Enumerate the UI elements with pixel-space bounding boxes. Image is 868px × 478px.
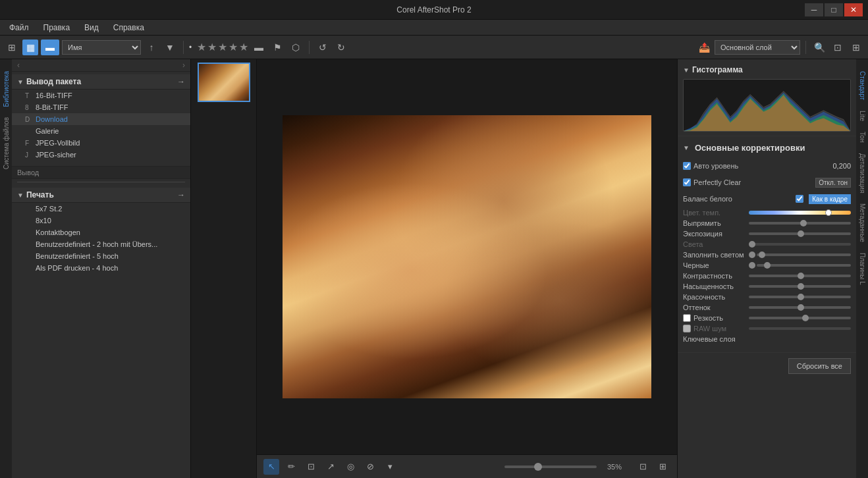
toolbar-separator-2: [309, 41, 310, 54]
filmstrip-icon[interactable]: ▦: [22, 40, 38, 55]
sharpness-slider[interactable]: [749, 317, 851, 319]
search-icon[interactable]: 🔍: [811, 40, 827, 55]
lite-tab[interactable]: Lite: [857, 105, 867, 126]
main-image: [283, 115, 651, 398]
detail-tab[interactable]: Детализация: [857, 148, 867, 198]
close-button[interactable]: ✕: [844, 3, 863, 16]
fit-image-btn[interactable]: ⊡: [635, 459, 651, 475]
sharpness-checkbox[interactable]: [683, 314, 691, 322]
standard-tab[interactable]: Стандарт: [857, 66, 867, 105]
raw-noise-checkbox[interactable]: [683, 325, 691, 332]
collection-icon[interactable]: ⬡: [288, 40, 304, 55]
saturation-slider[interactable]: [749, 285, 851, 288]
print-item-5[interactable]: Als PDF drucken - 4 hoch: [12, 262, 190, 274]
output-add-icon[interactable]: →: [177, 77, 185, 86]
white-balance-btn[interactable]: Как в кадре: [809, 194, 851, 204]
overlay-tool-btn[interactable]: ◎: [342, 459, 358, 475]
output-item-2[interactable]: D Download: [12, 113, 190, 125]
minimize-button[interactable]: ─: [805, 3, 823, 16]
wb-checkbox[interactable]: [796, 195, 803, 203]
straighten-slider[interactable]: [749, 222, 851, 225]
grid-view-icon[interactable]: ⊞: [4, 40, 20, 55]
fullscreen-btn[interactable]: ⊞: [655, 459, 670, 475]
star-2[interactable]: ★: [207, 41, 217, 53]
perfectly-clear-checkbox[interactable]: [683, 178, 691, 186]
print-item-0[interactable]: 5x7 St.2: [12, 203, 190, 215]
right-nav-arrow[interactable]: ›: [180, 61, 188, 70]
star-4[interactable]: ★: [229, 41, 238, 53]
filesystem-tab[interactable]: Система файлов: [1, 112, 11, 174]
highlights-slider[interactable]: [749, 243, 851, 246]
maximize-button[interactable]: □: [825, 3, 843, 16]
color-label-icon[interactable]: ▬: [251, 40, 267, 55]
fill-light-label: Заполнить светом: [683, 251, 749, 259]
fullscreen1-icon[interactable]: ⊡: [830, 40, 846, 55]
filter-icon[interactable]: ▼: [162, 40, 178, 55]
output-item-0[interactable]: T 16-Bit-TIFF: [12, 90, 190, 101]
color-tool-btn[interactable]: ⊘: [362, 459, 378, 475]
star-1[interactable]: ★: [197, 41, 206, 53]
perfectly-clear-row: Perfectly Clear Откл. тон: [683, 176, 851, 189]
print-header[interactable]: ▼ Печать →: [12, 188, 190, 203]
plugins-tab[interactable]: Плагины L: [857, 248, 867, 290]
contrast-slider[interactable]: [749, 275, 851, 277]
left-nav-arrow[interactable]: ‹: [14, 61, 22, 70]
metadata-tab[interactable]: Метаданные: [857, 198, 867, 248]
fullscreen2-icon[interactable]: ⊞: [848, 40, 864, 55]
star-rating[interactable]: ★ ★ ★ ★ ★: [197, 41, 248, 53]
tone-tab[interactable]: Тон: [857, 126, 867, 147]
image-canvas[interactable]: [257, 59, 677, 454]
perfectly-clear-btn[interactable]: Откл. тон: [815, 178, 851, 188]
print-item-1[interactable]: 8x10: [12, 215, 190, 226]
output-tab-label[interactable]: Вывод: [17, 169, 39, 176]
thumbnail-item-0[interactable]: [198, 63, 250, 102]
reset-button[interactable]: Сбросить все: [788, 358, 851, 374]
menu-file[interactable]: Файл: [3, 22, 36, 34]
auto-level-label: Авто уровень: [693, 162, 830, 170]
select-tool-btn[interactable]: ↖: [263, 459, 279, 475]
item-name-3: Galerie: [36, 127, 59, 135]
item-name-1: 8-Bit-TIFF: [36, 103, 68, 111]
tint-label: Оттенок: [683, 304, 749, 311]
exposure-slider[interactable]: [749, 232, 851, 235]
zoom-slider[interactable]: [504, 465, 597, 468]
menu-view[interactable]: Вид: [78, 22, 105, 34]
crop-tool-btn[interactable]: ⊡: [303, 459, 319, 475]
list-view-icon[interactable]: ▬: [41, 40, 59, 55]
export-tool-btn[interactable]: ↗: [323, 459, 339, 475]
export-icon[interactable]: 📤: [696, 40, 712, 55]
vividness-slider[interactable]: [749, 296, 851, 298]
output-item-3[interactable]: Galerie: [12, 125, 190, 137]
brush-tool-btn[interactable]: ✏: [283, 459, 299, 475]
rotate-right-icon[interactable]: ↻: [333, 40, 349, 55]
star-3[interactable]: ★: [218, 41, 227, 53]
rotate-left-icon[interactable]: ↺: [315, 40, 331, 55]
adjustments-section: ▼ Основные корректировки Авто уровень 0,…: [678, 136, 856, 350]
print-item-2[interactable]: Kontaktbogen: [12, 226, 190, 238]
flag-icon[interactable]: ⚑: [269, 40, 285, 55]
sort-order-icon[interactable]: ↑: [144, 40, 159, 55]
output-item-1[interactable]: 8 8-Bit-TIFF: [12, 101, 190, 113]
library-tab[interactable]: Библиотека: [1, 66, 11, 112]
output-item-4[interactable]: F JPEG-Vollbild: [12, 137, 190, 149]
layer-select[interactable]: Основной слой: [715, 40, 800, 55]
tint-slider[interactable]: [749, 306, 851, 309]
auto-level-checkbox[interactable]: [683, 162, 691, 170]
print-add-icon[interactable]: →: [177, 190, 185, 199]
histogram-chart: [684, 80, 850, 131]
color-temp-slider[interactable]: [749, 211, 851, 215]
print-section: ▼ Печать → 5x7 St.2 8x10 Kontaktbogen: [12, 185, 190, 277]
sort-select[interactable]: Имя: [62, 40, 141, 55]
output-item-5[interactable]: J JPEG-sicher: [12, 149, 190, 161]
fill-light-slider[interactable]: [757, 253, 851, 256]
output-header[interactable]: ▼ Вывод пакета →: [12, 74, 190, 90]
more-tools-btn[interactable]: ▾: [382, 459, 398, 475]
star-5[interactable]: ★: [239, 41, 248, 53]
print-item-3[interactable]: Benutzerdefiniert - 2 hoch mit Übers...: [12, 238, 190, 250]
blacks-slider[interactable]: [757, 264, 851, 267]
thumbnail-strip: [191, 59, 257, 478]
menu-edit[interactable]: Правка: [37, 22, 77, 34]
menu-help[interactable]: Справка: [107, 22, 151, 34]
left-panel-content: ‹ › ▼ Вывод пакета → T 16-Bit-TIFF 8 8-B…: [12, 59, 190, 478]
print-item-4[interactable]: Benutzerdefiniert - 5 hoch: [12, 250, 190, 262]
